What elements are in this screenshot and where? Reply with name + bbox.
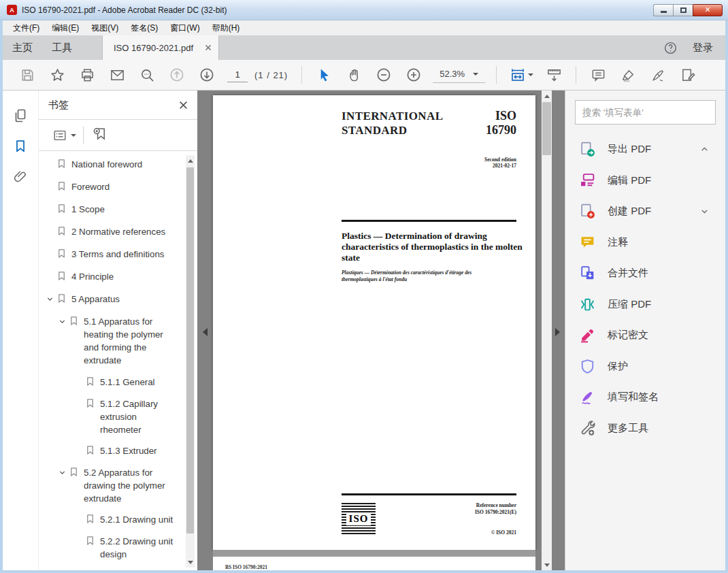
highlight-icon[interactable] — [618, 65, 638, 85]
scrollbar-thumb[interactable] — [542, 102, 551, 155]
expand-current-bookmark-icon[interactable] — [92, 126, 107, 144]
app-window: A ISO 16790-2021.pdf - Adobe Acrobat Rea… — [0, 0, 728, 573]
iso-logo: ISO — [342, 503, 376, 534]
tool-export-pdf[interactable]: 导出 PDF — [575, 134, 716, 165]
bookmark-icon — [85, 376, 100, 389]
document-viewer[interactable]: INTERNATIONAL STANDARD ISO 16790 Second … — [197, 91, 565, 570]
bookmark-options-icon[interactable] — [52, 128, 76, 143]
panel-close-icon[interactable] — [179, 101, 188, 110]
zoom-level-value: 52.3% — [440, 69, 465, 79]
maximize-button[interactable] — [673, 4, 693, 16]
menu-file[interactable]: 文件(F) — [7, 20, 46, 35]
tool-combine-files[interactable]: 合并文件 — [575, 258, 716, 289]
attachments-icon[interactable] — [10, 168, 31, 186]
page-display-icon[interactable] — [544, 65, 564, 85]
bookmarks-tree: National foreword Foreword 1 Scope 2 Nor… — [39, 151, 197, 570]
chevron-down-icon[interactable] — [55, 315, 69, 325]
bookmark-item[interactable]: 4 Principle — [39, 270, 197, 284]
bookmark-item[interactable]: 5.1.3 Extruder — [39, 444, 197, 458]
tool-redact[interactable]: 标记密文 — [575, 320, 716, 351]
menu-window[interactable]: 窗口(W) — [164, 20, 205, 35]
tab-tools[interactable]: 工具 — [42, 35, 82, 60]
scroll-down-icon[interactable] — [186, 557, 195, 568]
bookmark-item[interactable]: National foreword — [39, 158, 197, 171]
search-icon[interactable] — [137, 65, 157, 85]
tool-protect[interactable]: 保护 — [575, 351, 716, 382]
bookmark-item[interactable]: 1 Scope — [39, 203, 197, 216]
save-icon[interactable] — [17, 65, 37, 85]
tool-more-tools[interactable]: 更多工具 — [575, 413, 716, 444]
pdf-page-1: INTERNATIONAL STANDARD ISO 16790 Second … — [213, 95, 535, 550]
compress-pdf-icon — [579, 296, 597, 313]
chevron-down-icon[interactable] — [43, 293, 56, 303]
scroll-up-icon[interactable] — [186, 155, 195, 165]
menu-help[interactable]: 帮助(H) — [206, 20, 246, 35]
minimize-button[interactable] — [653, 4, 673, 16]
tool-edit-pdf[interactable]: 编辑 PDF — [575, 165, 716, 197]
bookmark-item[interactable]: 3 Terms and definitions — [39, 248, 197, 261]
bookmark-item[interactable]: 2 Normative references — [39, 225, 197, 239]
document-scrollbar[interactable] — [542, 91, 552, 570]
window-title: ISO 16790-2021.pdf - Adobe Acrobat Reade… — [22, 5, 227, 15]
chevron-down-icon[interactable] — [55, 466, 69, 476]
scrollbar-thumb[interactable] — [186, 167, 194, 534]
fit-width-icon[interactable] — [508, 65, 534, 85]
pdf-page-2: BS ISO 16790:2021 — [213, 557, 535, 570]
bookmarks-icon[interactable] — [10, 137, 31, 155]
bookmark-item[interactable]: 5.2.2 Drawing unit design — [39, 535, 197, 561]
bookmark-item[interactable]: Foreword — [39, 180, 197, 194]
menu-view[interactable]: 视图(V) — [85, 20, 125, 35]
doc-title: Plastics — Determination of drawing char… — [342, 231, 523, 263]
bookmark-item[interactable]: 5.2 Apparatus for drawing the polymer ex… — [39, 466, 197, 505]
main-toolbar: (1 / 21) 52.3% — [3, 60, 725, 91]
sign-pen-icon[interactable] — [648, 65, 668, 85]
tab-close-icon[interactable] — [205, 44, 212, 51]
menu-edit[interactable]: 编辑(E) — [46, 20, 85, 35]
bookmark-icon — [56, 225, 71, 239]
hand-tool-icon[interactable] — [344, 65, 364, 85]
zoom-level-dropdown[interactable]: 52.3% — [433, 67, 485, 83]
bookmark-icon — [85, 397, 100, 411]
page-number-input[interactable] — [227, 67, 248, 82]
collapse-right-panel-icon[interactable] — [555, 325, 563, 340]
comment-note-icon[interactable] — [588, 65, 608, 85]
close-button[interactable]: ✕ — [693, 4, 723, 16]
bookmark-item[interactable]: 5.1.2 Capillary extrusion rheometer — [39, 397, 197, 436]
bookmark-item[interactable]: 5.3 Data-acquisition — [39, 569, 197, 570]
email-icon[interactable] — [107, 65, 127, 85]
bookmark-item[interactable]: 5 Apparatus — [39, 293, 197, 306]
tool-create-pdf[interactable]: 创建 PDF — [575, 196, 716, 227]
page-thumbnails-icon[interactable] — [10, 107, 31, 125]
help-icon[interactable] — [663, 41, 678, 55]
tab-home[interactable]: 主页 — [3, 35, 42, 60]
tools-search-input[interactable] — [575, 100, 716, 125]
scroll-up-icon[interactable] — [542, 91, 552, 101]
print-icon[interactable] — [77, 65, 97, 85]
bookmark-icon — [85, 535, 100, 549]
doc-rule-bottom — [342, 493, 516, 495]
tool-fill-and-sign[interactable]: 填写和签名 — [575, 382, 716, 413]
bookmark-icon — [56, 158, 71, 171]
next-page-icon[interactable] — [197, 65, 217, 85]
tab-document[interactable]: ISO 16790-2021.pdf — [102, 35, 219, 60]
tool-comment[interactable]: 注释 — [575, 227, 716, 259]
sign-in-button[interactable]: 登录 — [693, 42, 713, 54]
menu-sign[interactable]: 签名(S) — [125, 20, 164, 35]
chevron-up-icon[interactable] — [700, 145, 709, 154]
scroll-down-icon[interactable] — [542, 560, 552, 570]
bookmark-item[interactable]: 5.2.1 Drawing unit — [39, 513, 197, 527]
chevron-down-icon — [473, 73, 478, 78]
star-favorites-icon[interactable] — [47, 65, 67, 85]
chevron-down-icon[interactable] — [700, 207, 709, 216]
bookmarks-scrollbar[interactable] — [186, 155, 195, 568]
bookmark-item[interactable]: 5.1 Apparatus for heating the polymer an… — [39, 315, 197, 367]
doc-standard-number: ISO 16790 — [486, 109, 516, 137]
select-tool-icon[interactable] — [314, 65, 334, 85]
collapse-left-panel-icon[interactable] — [199, 325, 207, 340]
previous-page-icon[interactable] — [167, 65, 187, 85]
tool-compress-pdf[interactable]: 压缩 PDF — [575, 289, 716, 321]
zoom-out-icon[interactable] — [374, 65, 394, 85]
fill-and-sign-icon[interactable] — [678, 65, 698, 85]
bookmark-item[interactable]: 5.1.1 General — [39, 376, 197, 389]
zoom-in-icon[interactable] — [403, 65, 424, 85]
